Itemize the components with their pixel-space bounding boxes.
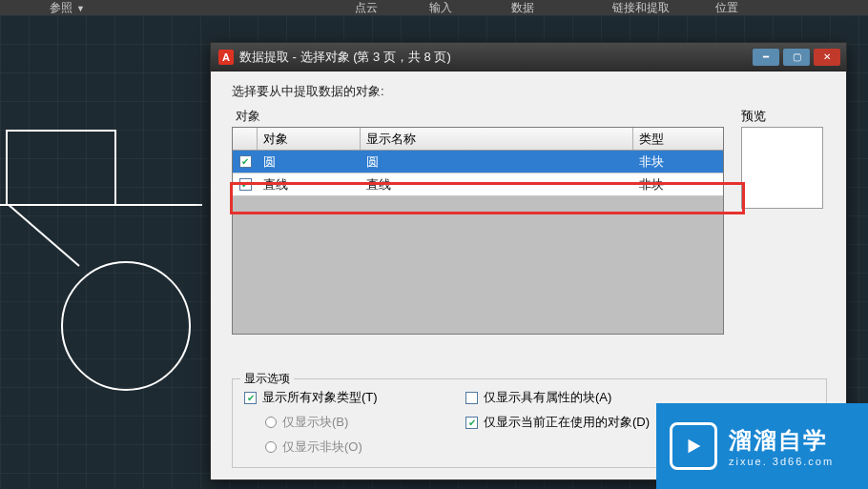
dialog-titlebar[interactable]: A 数据提取 - 选择对象 (第 3 页，共 8 页) ━ ▢ ✕ (211, 43, 846, 71)
svg-marker-1 (689, 439, 701, 454)
ribbon-group-pointcloud[interactable]: 点云 (355, 0, 378, 16)
app-icon: A (218, 50, 234, 65)
ribbon-tabstrip: 参照▼ 点云 输入 数据 链接和提取 位置 (0, 0, 868, 15)
instruction-text: 选择要从中提取数据的对象: (232, 83, 825, 100)
ribbon-group-data[interactable]: 数据 (511, 0, 534, 16)
column-display[interactable]: 显示名称 (361, 128, 633, 150)
option-only-blocks: 仅显示块(B) (265, 414, 454, 431)
column-object[interactable]: 对象 (258, 128, 361, 150)
row-checkbox[interactable]: ✔ (239, 155, 252, 168)
cell-display: 圆 (361, 151, 633, 173)
drawing-rectangle (6, 130, 116, 204)
column-type[interactable]: 类型 (633, 128, 723, 150)
window-minimize-button[interactable]: ━ (753, 49, 779, 66)
preview-label: 预览 (741, 108, 825, 125)
row-checkbox[interactable]: ✔ (239, 178, 252, 191)
option-only-nonblocks: 仅显示非块(O) (265, 438, 454, 456)
svg-line-0 (8, 204, 79, 266)
watermark-url: zixue. 3d66.com (729, 456, 834, 467)
checkbox-icon[interactable]: ✔ (244, 392, 257, 404)
checkbox-icon[interactable] (465, 392, 478, 404)
cell-display: 直线 (361, 173, 633, 195)
objects-grid[interactable]: 对象 显示名称 类型 ✔ 圆 圆 非块 ✔ 直线 直线 非块 (232, 127, 724, 335)
radio-icon (265, 441, 277, 453)
watermark: 溜溜自学 zixue. 3d66.com (656, 403, 868, 489)
drawing-circle (61, 261, 191, 391)
option-show-all-types[interactable]: ✔ 显示所有对象类型(T) (244, 389, 454, 406)
preview-panel: 预览 (741, 108, 825, 335)
preview-box (741, 127, 823, 209)
checkbox-icon[interactable]: ✔ (465, 417, 478, 429)
grid-header[interactable]: 对象 显示名称 类型 (233, 128, 723, 151)
group-legend: 显示选项 (240, 371, 294, 387)
ribbon-group-input[interactable]: 输入 (429, 0, 452, 16)
window-maximize-button[interactable]: ▢ (783, 49, 810, 66)
window-close-button[interactable]: ✕ (814, 49, 840, 66)
ribbon-group-location[interactable]: 位置 (715, 0, 738, 16)
play-icon (670, 422, 717, 470)
grid-row-line[interactable]: ✔ 直线 直线 非块 (233, 173, 723, 196)
radio-icon (265, 417, 277, 428)
ribbon-group-link[interactable]: 链接和提取 (612, 0, 670, 16)
watermark-brand: 溜溜自学 (729, 425, 834, 456)
objects-label: 对象 (236, 108, 724, 125)
cell-type: 非块 (633, 173, 723, 195)
grid-row-circle[interactable]: ✔ 圆 圆 非块 (233, 151, 723, 173)
cell-object: 圆 (258, 151, 361, 173)
cell-type: 非块 (633, 151, 723, 173)
dialog-title: 数据提取 - 选择对象 (第 3 页，共 8 页) (239, 49, 451, 66)
cell-object: 直线 (258, 173, 361, 195)
ribbon-group-reference[interactable]: 参照▼ (50, 0, 85, 16)
